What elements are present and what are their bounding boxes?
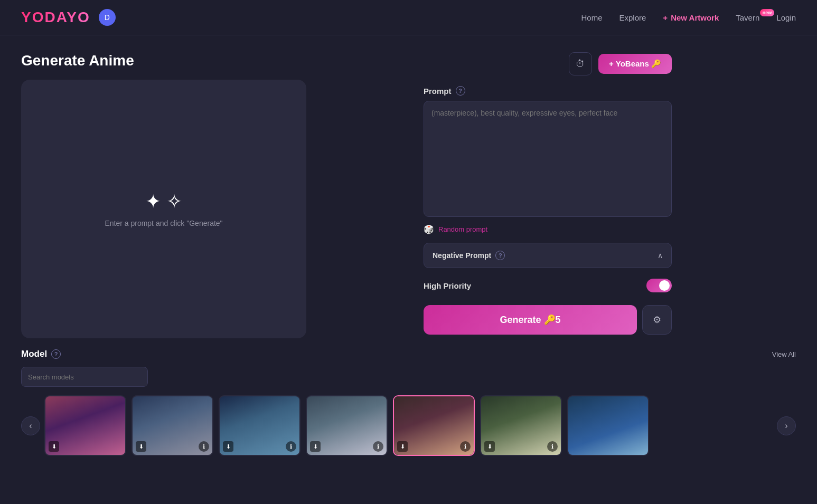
main-content: Generate Anime ✦ ✧ Enter a prompt and cl…: [0, 35, 817, 338]
model-card[interactable]: [567, 395, 649, 456]
model-card-selected[interactable]: ℹ ⬇: [393, 395, 475, 456]
nav-new-artwork[interactable]: + New Artwork: [663, 13, 719, 22]
negative-prompt-bar-left: Negative Prompt ?: [433, 251, 505, 260]
plus-icon: +: [663, 13, 668, 22]
model-info-icon: ℹ: [373, 441, 383, 452]
tavern-new-badge: new: [760, 9, 775, 16]
sparkle-icon: ✦ ✧: [145, 191, 182, 213]
logo[interactable]: YODAYO: [21, 9, 90, 26]
prompt-textarea[interactable]: [424, 101, 672, 217]
yobeans-label: + YoBeans 🔑: [609, 59, 661, 69]
model-info-icon: ℹ: [199, 441, 209, 452]
nav-home[interactable]: Home: [581, 13, 602, 22]
negative-prompt-help-icon[interactable]: ?: [495, 251, 505, 260]
model-info-icon: ℹ: [547, 441, 558, 452]
canvas-hint: Enter a prompt and click "Generate": [105, 219, 222, 227]
carousel-prev-button[interactable]: ‹: [21, 416, 40, 435]
header-nav: Home Explore + New Artwork Tavern new Lo…: [581, 13, 796, 22]
dice-icon: 🎲: [424, 224, 434, 234]
model-help-icon[interactable]: ?: [51, 349, 61, 359]
model-card[interactable]: ℹ ⬇: [132, 395, 213, 456]
chevron-up-icon: ∧: [658, 251, 663, 260]
random-prompt-label: Random prompt: [438, 225, 487, 233]
high-priority-label: High Priority: [424, 281, 471, 290]
model-carousel: ‹ ⬇ ℹ ⬇ ℹ ⬇ ℹ ⬇ ℹ: [21, 395, 796, 456]
random-prompt-button[interactable]: 🎲 Random prompt: [424, 224, 672, 234]
model-card[interactable]: ℹ ⬇: [219, 395, 300, 456]
model-title: Model ?: [21, 349, 61, 359]
generate-label: Generate 🔑5: [500, 314, 560, 326]
search-input-wrap: [21, 367, 796, 387]
model-header: Model ? View All: [21, 349, 796, 359]
header: YODAYO D Home Explore + New Artwork Tave…: [0, 0, 817, 35]
nav-explore[interactable]: Explore: [619, 13, 646, 22]
left-panel: Generate Anime ✦ ✧ Enter a prompt and cl…: [21, 52, 407, 338]
prompt-label: Prompt ?: [424, 86, 672, 96]
settings-button[interactable]: ⚙: [642, 305, 672, 335]
nav-login[interactable]: Login: [776, 13, 796, 22]
generate-row: Generate 🔑5 ⚙: [424, 305, 672, 335]
page-title: Generate Anime: [21, 52, 407, 69]
discord-icon[interactable]: D: [99, 9, 116, 26]
generate-button[interactable]: Generate 🔑5: [424, 305, 637, 335]
negative-prompt-bar[interactable]: Negative Prompt ? ∧: [424, 243, 672, 268]
model-download-icon: ⬇: [484, 441, 495, 452]
new-artwork-label: New Artwork: [671, 13, 719, 22]
model-download-icon: ⬇: [49, 441, 59, 452]
nav-tavern[interactable]: Tavern new: [736, 13, 759, 22]
high-priority-toggle[interactable]: [646, 279, 672, 292]
model-download-icon: ⬇: [136, 441, 146, 452]
bottom-section: Model ? View All ‹ ⬇ ℹ ⬇ ℹ ⬇: [0, 338, 817, 472]
view-all-link[interactable]: View All: [772, 350, 796, 358]
search-models-input[interactable]: [21, 367, 148, 387]
tavern-label: Tavern: [736, 13, 759, 22]
yobeans-button[interactable]: + YoBeans 🔑: [598, 54, 672, 74]
prompt-label-text: Prompt: [424, 87, 452, 96]
model-info-icon: ℹ: [460, 441, 471, 452]
model-card[interactable]: ℹ ⬇: [480, 395, 562, 456]
high-priority-row: High Priority: [424, 277, 672, 294]
right-panel: ⏱ + YoBeans 🔑 Prompt ? 🎲 Random prompt N…: [424, 52, 672, 338]
canvas-area: ✦ ✧ Enter a prompt and click "Generate": [21, 80, 306, 338]
model-card[interactable]: ℹ ⬇: [306, 395, 388, 456]
settings-icon: ⚙: [653, 314, 661, 326]
carousel-next-button[interactable]: ›: [777, 416, 796, 435]
model-title-text: Model: [21, 349, 47, 359]
prompt-help-icon[interactable]: ?: [456, 86, 465, 96]
model-info-icon: ℹ: [286, 441, 296, 452]
history-button[interactable]: ⏱: [569, 52, 592, 75]
model-grid: ⬇ ℹ ⬇ ℹ ⬇ ℹ ⬇ ℹ ⬇: [40, 395, 777, 456]
negative-prompt-label: Negative Prompt: [433, 251, 491, 260]
model-card[interactable]: ⬇: [44, 395, 126, 456]
model-download-icon: ⬇: [397, 441, 408, 452]
model-download-icon: ⬇: [223, 441, 233, 452]
header-left: YODAYO D: [21, 9, 116, 26]
top-actions: ⏱ + YoBeans 🔑: [424, 52, 672, 75]
model-download-icon: ⬇: [310, 441, 321, 452]
